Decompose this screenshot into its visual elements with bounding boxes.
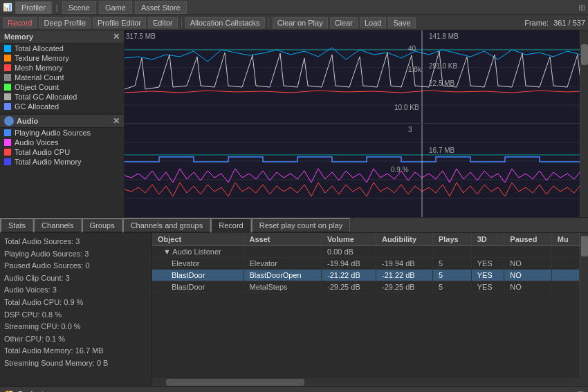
chart-scrollbar[interactable] xyxy=(580,30,588,217)
tab-asset-store[interactable]: Asset Store xyxy=(135,1,187,14)
table-with-scroll: Object Asset Volume Audibility Plays 3D … xyxy=(152,233,588,378)
chart-area: 317.5 MB 141.8 MB 40 291.0 KB 1.8k 22.5 … xyxy=(125,30,588,217)
main-area: Memory ✕ Total Allocated Texture Memory … xyxy=(0,30,588,217)
col-volume[interactable]: Volume xyxy=(322,233,376,246)
memory-close-icon[interactable]: ✕ xyxy=(113,32,120,41)
project-title: Project xyxy=(18,390,44,393)
stat-other-cpu: Other CPU: 0.1 % xyxy=(4,333,147,346)
stat-audio-clip-count: Audio Clip Count: 3 xyxy=(4,272,147,285)
svg-text:3: 3 xyxy=(408,126,412,133)
stat-streaming-sound-memory: Streaming Sound Memory: 0 B xyxy=(4,357,147,370)
material-count-color xyxy=(4,74,11,81)
legend-material-count[interactable]: Material Count xyxy=(0,73,124,82)
total-audio-memory-color xyxy=(4,158,11,165)
stat-total-audio-memory: Total Audio Memory: 16.7 MB xyxy=(4,345,147,357)
tabs-row: Stats Channels Groups Channels and group… xyxy=(0,218,588,233)
load-button[interactable]: Load xyxy=(360,17,386,28)
legend-playing-audio-sources[interactable]: Playing Audio Sources xyxy=(0,128,124,138)
table-scrollbar-v[interactable] xyxy=(580,233,588,378)
save-button[interactable]: Save xyxy=(388,17,415,28)
table-scrollbar-thumb-h xyxy=(166,379,304,386)
editor-button[interactable]: Editor xyxy=(148,17,178,28)
audio-voices-color xyxy=(4,139,11,146)
legend-audio-voices[interactable]: Audio Voices xyxy=(0,138,124,147)
table-row[interactable]: BlastDoor BlastDoorOpen -21.22 dB -21.22… xyxy=(152,270,580,281)
tab-profiler[interactable]: Profiler xyxy=(15,1,52,14)
legend-mesh-memory[interactable]: Mesh Memory xyxy=(0,63,124,73)
clear-button[interactable]: Clear xyxy=(330,17,358,28)
memory-chart: 317.5 MB 141.8 MB 40 291.0 KB 1.8k 22.5 … xyxy=(125,30,588,124)
col-plays[interactable]: Plays xyxy=(432,233,471,246)
maximize-icon[interactable]: ⊞ xyxy=(578,3,585,12)
frame-value: 361 / 537 xyxy=(553,19,585,27)
profile-editor-button[interactable]: Profile Editor xyxy=(93,17,146,28)
record-button[interactable]: Record xyxy=(3,17,37,28)
tab-game[interactable]: Game xyxy=(99,1,132,14)
top-bar: 📊 Profiler | Scene Game Asset Store ⊞ xyxy=(0,0,588,15)
col-audibility[interactable]: Audibility xyxy=(376,233,432,246)
total-gc-color xyxy=(4,93,11,100)
svg-text:22.5 MB: 22.5 MB xyxy=(429,80,455,87)
legend-gc-allocated[interactable]: GC Allocated xyxy=(0,102,124,111)
project-expand-icon[interactable]: ⊞ xyxy=(577,389,584,393)
legend-total-audio-cpu[interactable]: Total Audio CPU xyxy=(0,147,124,157)
memory-panel-header: Memory ✕ xyxy=(0,30,124,44)
col-paused[interactable]: Paused xyxy=(504,233,552,246)
svg-rect-0 xyxy=(125,30,588,124)
stat-dsp-cpu: DSP CPU: 0.8 % xyxy=(4,309,147,321)
stat-total-audio-cpu: Total Audio CPU: 0.9 % xyxy=(4,297,147,309)
legend-object-count[interactable]: Object Count xyxy=(0,82,124,92)
audio-close-icon[interactable]: ✕ xyxy=(113,116,120,126)
allocation-callstacks-button[interactable]: Allocation Callstacks xyxy=(185,17,265,28)
svg-text:141.8 MB: 141.8 MB xyxy=(429,32,459,40)
folder-icon: 📁 xyxy=(4,389,14,392)
svg-text:10.0 KB: 10.0 KB xyxy=(394,104,419,111)
table-row[interactable]: ▼ Audio Listener 0.00 dB xyxy=(152,246,580,258)
memory-title: Memory xyxy=(4,32,33,41)
table-row[interactable]: Elevator Elevator -19.94 dB -19.94 dB 5 … xyxy=(152,258,580,270)
legend-total-audio-memory[interactable]: Total Audio Memory xyxy=(0,157,124,167)
tab-record[interactable]: Record xyxy=(210,218,250,233)
svg-text:291.0 KB: 291.0 KB xyxy=(429,62,457,70)
profiler-icon: 📊 xyxy=(3,3,12,12)
tab-groups[interactable]: Groups xyxy=(82,218,122,233)
tab-reset-play-count[interactable]: Reset play count on play xyxy=(251,218,350,233)
svg-text:40: 40 xyxy=(408,45,416,53)
project-header: 📁 Project ⊞ xyxy=(0,387,588,392)
audio-table: Object Asset Volume Audibility Plays 3D … xyxy=(152,233,580,293)
stat-streaming-cpu: Streaming CPU: 0.0 % xyxy=(4,321,147,333)
content-area: Total Audio Sources: 3 Playing Audio Sou… xyxy=(0,233,588,386)
audio-icon xyxy=(4,116,14,126)
table-header-row: Object Asset Volume Audibility Plays 3D … xyxy=(152,233,580,246)
table-scrollbar-h[interactable] xyxy=(152,378,588,386)
texture-memory-color xyxy=(4,55,11,62)
col-3d[interactable]: 3D xyxy=(471,233,504,246)
svg-text:16.7 MB: 16.7 MB xyxy=(429,147,455,154)
tab-stats[interactable]: Stats xyxy=(0,218,33,233)
separator xyxy=(181,18,182,28)
stat-playing-audio-sources: Playing Audio Sources: 3 xyxy=(4,248,147,261)
left-panel: Memory ✕ Total Allocated Texture Memory … xyxy=(0,30,125,217)
col-mu[interactable]: Mu xyxy=(551,233,579,246)
deep-profile-button[interactable]: Deep Profile xyxy=(39,17,91,28)
total-allocated-color xyxy=(4,45,11,52)
total-audio-cpu-color xyxy=(4,149,11,156)
tab-scene[interactable]: Scene xyxy=(62,1,96,14)
project-area: 📁 Project ⊞ Create ▼ ☰ 🔒 ▼ Favorites 🔍 A… xyxy=(0,386,588,392)
col-asset[interactable]: Asset xyxy=(244,233,322,246)
legend-texture-memory[interactable]: Texture Memory xyxy=(0,53,124,63)
legend-total-gc-allocated[interactable]: Total GC Allocated xyxy=(0,92,124,102)
table-container: Object Asset Volume Audibility Plays 3D … xyxy=(152,233,588,386)
col-object[interactable]: Object xyxy=(152,233,244,246)
clear-on-play-button[interactable]: Clear on Play xyxy=(273,17,328,28)
frame-display: Frame: 361 / 537 xyxy=(524,19,585,27)
table-row[interactable]: BlastDoor MetalSteps -29.25 dB -29.25 dB… xyxy=(152,281,580,293)
audio-title: Audio xyxy=(17,117,113,125)
object-count-color xyxy=(4,84,11,91)
svg-text:1.8k: 1.8k xyxy=(408,66,422,73)
legend-total-allocated[interactable]: Total Allocated xyxy=(0,44,124,53)
tab-channels-and-groups[interactable]: Channels and groups xyxy=(122,218,211,233)
stat-total-audio-sources: Total Audio Sources: 3 xyxy=(4,236,147,248)
table-scrollbar-thumb xyxy=(581,236,588,256)
tab-channels[interactable]: Channels xyxy=(33,218,81,233)
